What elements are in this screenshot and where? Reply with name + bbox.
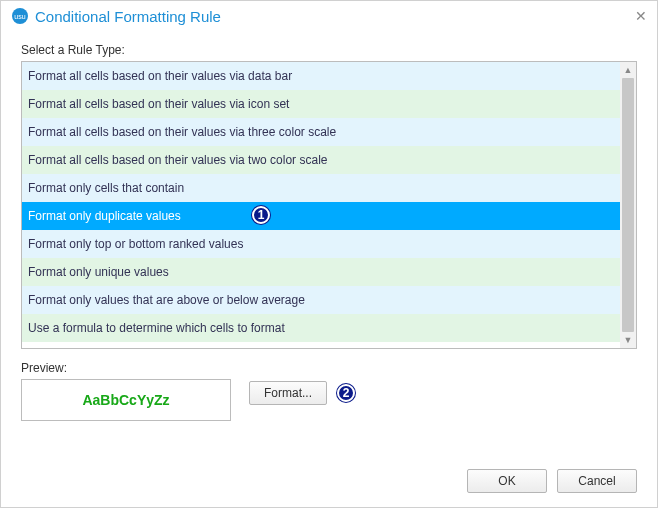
rule-type-item[interactable]: Format only top or bottom ranked values xyxy=(22,230,620,258)
format-button[interactable]: Format... xyxy=(249,381,327,405)
rule-type-item[interactable]: Format all cells based on their values v… xyxy=(22,90,620,118)
rule-type-item[interactable]: Format all cells based on their values v… xyxy=(22,62,620,90)
app-logo-icon: usu xyxy=(11,7,29,25)
callout-step-1: 1 xyxy=(252,206,270,224)
rule-type-item[interactable]: Format all cells based on their values v… xyxy=(22,118,620,146)
scroll-track[interactable] xyxy=(620,78,636,332)
rule-type-item[interactable]: Format only duplicate values1 xyxy=(22,202,620,230)
scroll-down-button[interactable]: ▼ xyxy=(620,332,636,348)
preview-box: AaBbCcYyZz xyxy=(21,379,231,421)
rule-type-list: Format all cells based on their values v… xyxy=(21,61,637,349)
rule-type-item[interactable]: Format only cells that contain xyxy=(22,174,620,202)
scroll-thumb[interactable] xyxy=(622,78,634,332)
ok-button[interactable]: OK xyxy=(467,469,547,493)
rule-type-item[interactable]: Format all cells based on their values v… xyxy=(22,146,620,174)
rule-type-item[interactable]: Use a formula to determine which cells t… xyxy=(22,314,620,342)
callout-step-2: 2 xyxy=(337,384,355,402)
scroll-up-button[interactable]: ▲ xyxy=(620,62,636,78)
select-rule-type-label: Select a Rule Type: xyxy=(21,43,637,57)
preview-sample-text: AaBbCcYyZz xyxy=(82,392,169,408)
svg-text:usu: usu xyxy=(14,13,25,20)
preview-label: Preview: xyxy=(21,361,637,375)
dialog-title: Conditional Formatting Rule xyxy=(35,8,221,25)
scrollbar[interactable]: ▲ ▼ xyxy=(620,62,636,348)
title-bar: usu Conditional Formatting Rule ✕ xyxy=(1,1,657,29)
rule-type-item[interactable]: Format only values that are above or bel… xyxy=(22,286,620,314)
close-icon[interactable]: ✕ xyxy=(635,8,647,24)
rule-type-item[interactable]: Format only unique values xyxy=(22,258,620,286)
cancel-button[interactable]: Cancel xyxy=(557,469,637,493)
